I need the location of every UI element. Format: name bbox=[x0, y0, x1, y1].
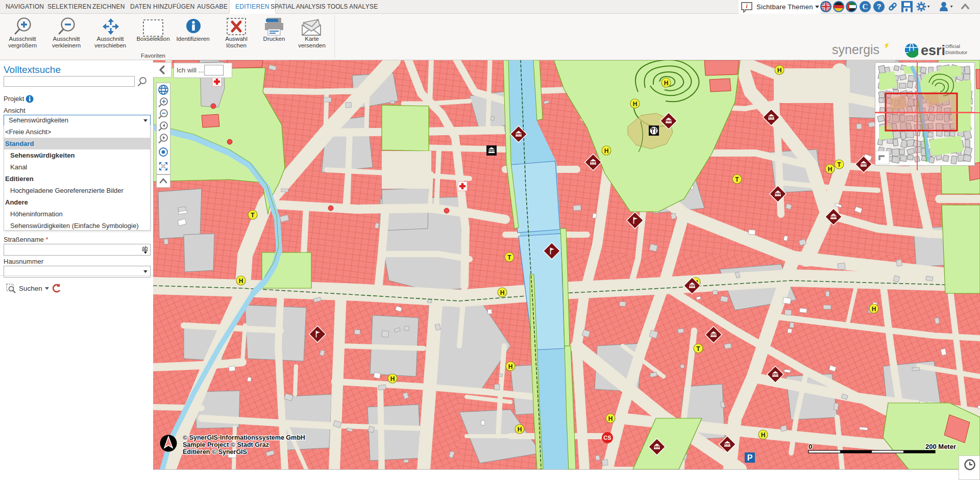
svg-text:P: P bbox=[747, 453, 753, 462]
svg-text:H: H bbox=[872, 306, 876, 313]
svg-text:H: H bbox=[500, 289, 505, 296]
svg-text:Official: Official bbox=[945, 43, 960, 49]
svg-text:T: T bbox=[251, 212, 255, 219]
svg-text:H: H bbox=[508, 363, 513, 370]
svg-text:Sample Project © Stadt Graz: Sample Project © Stadt Graz bbox=[183, 441, 269, 448]
svg-text:H: H bbox=[239, 277, 243, 285]
svg-text:synergis: synergis bbox=[832, 42, 879, 57]
svg-text:H: H bbox=[608, 415, 613, 422]
svg-text:?: ? bbox=[876, 2, 881, 11]
svg-text:Editieren © SynerGIS: Editieren © SynerGIS bbox=[183, 448, 247, 456]
svg-text:Distributor: Distributor bbox=[945, 49, 967, 55]
svg-text:CS: CS bbox=[603, 435, 611, 441]
svg-text:H: H bbox=[518, 426, 522, 433]
svg-text:H: H bbox=[828, 166, 832, 173]
svg-text:0: 0 bbox=[808, 443, 812, 450]
svg-text:T: T bbox=[837, 161, 841, 168]
svg-text:ab: ab bbox=[142, 245, 148, 251]
svg-text:T: T bbox=[696, 345, 700, 352]
svg-text:H: H bbox=[664, 80, 669, 87]
svg-text:H: H bbox=[777, 67, 782, 74]
svg-text:T: T bbox=[735, 176, 739, 183]
svg-text:H: H bbox=[633, 100, 638, 108]
svg-text:H: H bbox=[390, 375, 395, 383]
svg-text:esri: esri bbox=[921, 43, 945, 58]
svg-text:T: T bbox=[507, 254, 511, 261]
svg-text:H: H bbox=[761, 432, 766, 439]
svg-text:H: H bbox=[604, 147, 609, 155]
svg-text:200 Meter: 200 Meter bbox=[925, 443, 956, 450]
svg-text:C: C bbox=[863, 3, 868, 11]
svg-text:© SynerGIS-Informationssysteme: © SynerGIS-Informationssysteme GmbH bbox=[183, 434, 305, 441]
